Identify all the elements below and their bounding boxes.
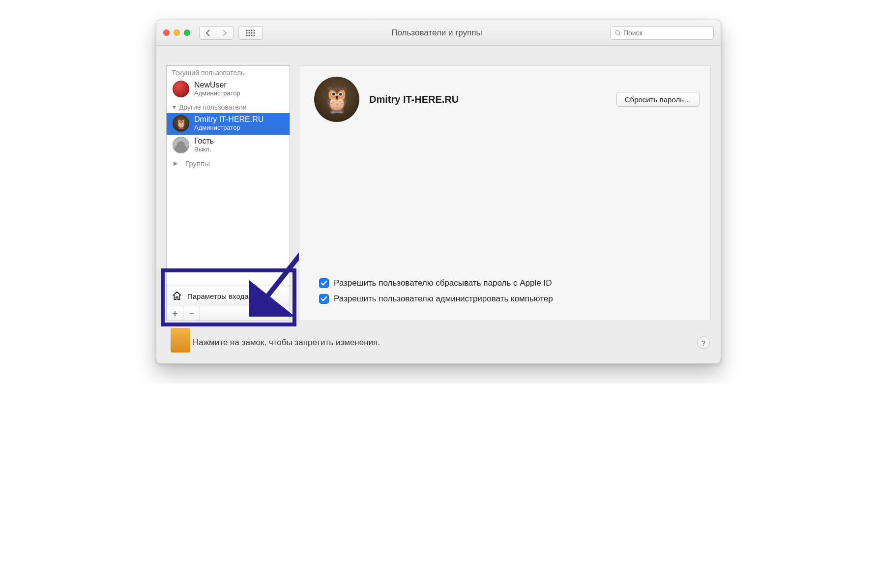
other-users-section[interactable]: ▼ Другие пользователи xyxy=(167,100,290,113)
content-area: Текущий пользователь NewUser Администрат… xyxy=(156,46,721,326)
checkbox-label: Разрешить пользователю сбрасывать пароль… xyxy=(334,278,552,288)
forward-button[interactable] xyxy=(216,27,233,39)
svg-point-7 xyxy=(253,32,255,33)
nav-segmented xyxy=(199,26,234,40)
user-name-label: NewUser xyxy=(194,81,240,89)
sidebar-user-current[interactable]: NewUser Администратор xyxy=(167,79,290,100)
preferences-window: Пользователи и группы Текущий пользовате… xyxy=(156,20,721,364)
search-icon xyxy=(615,29,621,36)
zoom-window-button[interactable] xyxy=(184,29,190,36)
show-all-button[interactable] xyxy=(238,26,263,40)
allow-administer-checkbox[interactable]: Разрешить пользователю администрировать … xyxy=(319,294,553,304)
login-options-label: Параметры входа xyxy=(187,292,249,300)
users-sidebar: Текущий пользователь NewUser Администрат… xyxy=(166,65,290,321)
add-user-button[interactable]: ＋ xyxy=(167,306,183,321)
selected-user-name: Dmitry IT-HERE.RU xyxy=(369,94,459,105)
svg-point-2 xyxy=(251,29,252,31)
svg-point-1 xyxy=(248,29,250,31)
allow-reset-appleid-checkbox[interactable]: Разрешить пользователю сбрасывать пароль… xyxy=(319,278,553,288)
user-name-label: Гость xyxy=(194,137,214,146)
sidebar-user-dmitry[interactable]: Dmitry IT-HERE.RU Администратор xyxy=(167,113,290,135)
lock-body-icon xyxy=(171,328,190,353)
groups-section[interactable]: ▶ Группы xyxy=(167,156,290,171)
back-button[interactable] xyxy=(200,27,216,39)
disclosure-triangle-right-icon: ▶ xyxy=(174,160,177,167)
user-name-label: Dmitry IT-HERE.RU xyxy=(194,115,263,124)
svg-point-5 xyxy=(248,32,250,33)
svg-point-4 xyxy=(246,32,247,33)
user-detail-panel: Dmitry IT-HERE.RU Сбросить пароль… Разре… xyxy=(299,65,711,321)
svg-point-12 xyxy=(615,30,619,34)
search-field[interactable] xyxy=(611,26,714,40)
checkbox-checked-icon xyxy=(319,294,329,304)
close-window-button[interactable] xyxy=(163,29,170,36)
titlebar: Пользователи и группы xyxy=(156,20,721,46)
lock-hint-label: Нажмите на замок, чтобы запретить измене… xyxy=(193,338,380,348)
lock-button[interactable] xyxy=(169,333,186,353)
grid-icon xyxy=(239,27,263,39)
user-role-label: Администратор xyxy=(194,90,240,97)
sidebar-bottom-controls: Параметры входа ＋ － xyxy=(166,286,290,321)
add-remove-bar: ＋ － xyxy=(166,306,290,321)
svg-point-6 xyxy=(251,32,252,33)
user-avatar[interactable] xyxy=(314,77,359,122)
minimize-window-button[interactable] xyxy=(174,29,180,36)
minus-icon: － xyxy=(187,307,197,320)
window-controls xyxy=(163,29,190,36)
reset-password-button[interactable]: Сбросить пароль… xyxy=(616,92,700,107)
remove-user-button[interactable]: － xyxy=(183,306,200,321)
svg-point-8 xyxy=(246,34,247,36)
avatar-icon xyxy=(173,115,189,132)
window-title: Пользователи и группы xyxy=(263,28,611,38)
current-user-section-label: Текущий пользователь xyxy=(167,66,290,79)
svg-point-10 xyxy=(251,34,252,36)
avatar-icon xyxy=(173,137,189,153)
search-input[interactable] xyxy=(623,29,709,37)
login-options-button[interactable]: Параметры входа xyxy=(166,286,290,306)
user-header: Dmitry IT-HERE.RU Сбросить пароль… xyxy=(314,77,700,122)
sidebar-user-guest[interactable]: Гость Выкл. xyxy=(167,135,290,156)
lock-footer: Нажмите на замок, чтобы запретить измене… xyxy=(156,326,721,363)
other-users-section-label: Другие пользователи xyxy=(179,103,247,111)
svg-point-11 xyxy=(253,34,255,36)
avatar-icon xyxy=(173,81,189,97)
svg-point-0 xyxy=(246,29,247,31)
help-button[interactable]: ? xyxy=(697,336,710,349)
groups-section-label: Группы xyxy=(185,159,210,168)
checkbox-label: Разрешить пользователю администрировать … xyxy=(334,294,553,304)
svg-point-9 xyxy=(248,34,250,36)
checkbox-checked-icon xyxy=(319,278,329,288)
svg-point-3 xyxy=(253,29,255,31)
user-role-label: Выкл. xyxy=(194,146,214,153)
disclosure-triangle-down-icon: ▼ xyxy=(172,104,177,110)
plus-icon: ＋ xyxy=(170,307,180,320)
permission-checkboxes: Разрешить пользователю сбрасывать пароль… xyxy=(319,278,553,304)
svg-line-13 xyxy=(619,34,620,35)
user-role-label: Администратор xyxy=(194,124,263,132)
home-icon xyxy=(172,291,182,301)
